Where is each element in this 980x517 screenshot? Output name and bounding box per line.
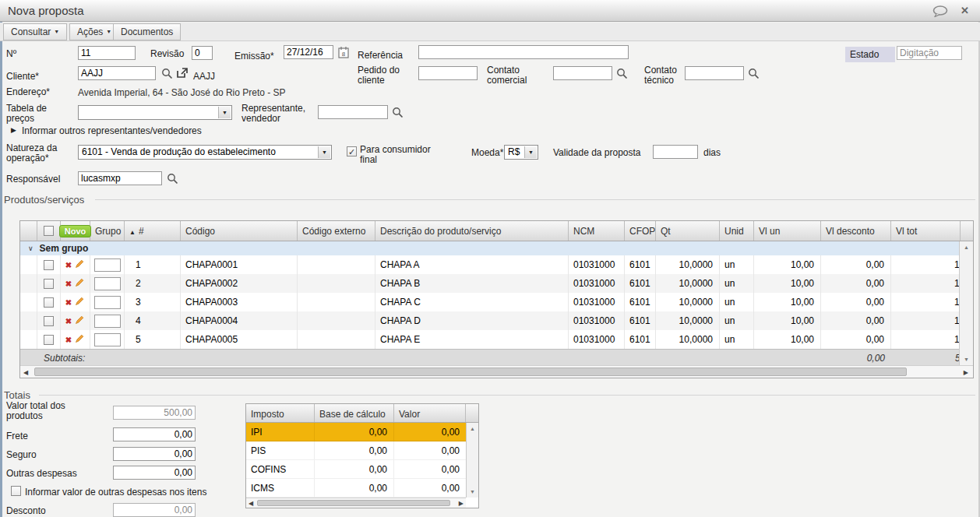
responsavel-input[interactable] (78, 171, 162, 185)
row-vl-desconto: 0,00 (821, 255, 891, 274)
outras-despesas-input[interactable] (113, 466, 196, 480)
header-descricao[interactable]: Descrição do produto/serviço (375, 221, 569, 241)
moeda-value: R$ (508, 146, 520, 157)
seguro-input[interactable] (113, 447, 196, 461)
scrollbar-thumb[interactable] (34, 368, 907, 376)
representante-input[interactable] (318, 105, 388, 119)
delete-row-icon[interactable]: ✖ (65, 280, 72, 288)
tax-row-cofins[interactable]: COFINS 0,00 0,00 (246, 460, 466, 479)
edit-row-icon[interactable] (75, 258, 85, 271)
header-num[interactable]: ▲# (125, 221, 181, 241)
referencia-input[interactable] (418, 45, 629, 59)
moeda-select[interactable]: R$ ▼ (504, 145, 538, 160)
row-checkbox[interactable] (44, 335, 54, 345)
header-codigo[interactable]: Código (181, 221, 298, 241)
row-checkbox-cell (37, 330, 61, 349)
documentos-button[interactable]: Documentos (113, 23, 181, 40)
contato-comercial-label: Contato comercial (487, 65, 538, 86)
cliente-input[interactable] (78, 66, 156, 80)
expand-right-icon[interactable]: ▶ (11, 126, 16, 134)
row-grupo-input[interactable] (94, 277, 121, 290)
close-icon[interactable]: ✕ (961, 5, 969, 16)
natureza-operacao-select[interactable]: 6101 - Venda de produção do estabelecime… (78, 145, 332, 160)
scrollbar-thumb[interactable] (257, 500, 450, 506)
scroll-up-icon[interactable]: ▲ (960, 244, 973, 250)
group-row-sem-grupo[interactable]: ∨ Sem grupo (20, 241, 973, 255)
header-vl-tot[interactable]: Vl tot (891, 221, 961, 241)
tax-row-icms[interactable]: ICMS 0,00 0,00 (246, 479, 466, 498)
row-grupo-input[interactable] (94, 296, 121, 309)
search-icon[interactable] (167, 173, 178, 188)
edit-row-icon[interactable] (75, 315, 85, 327)
delete-row-icon[interactable]: ✖ (65, 261, 72, 269)
edit-row-icon[interactable] (75, 333, 85, 346)
header-vl-desconto[interactable]: Vl desconto (821, 221, 891, 241)
header-cfop[interactable]: CFOP (625, 221, 656, 241)
header-codigo-externo[interactable]: Código externo (298, 221, 375, 241)
delete-row-icon[interactable]: ✖ (65, 317, 72, 325)
revisao-label: Revisão (150, 49, 184, 59)
acoes-menu-button[interactable]: Ações▼ (69, 23, 119, 40)
search-icon[interactable] (748, 68, 760, 83)
emissao-input[interactable] (284, 45, 333, 59)
tabela-precos-select[interactable]: ▼ (78, 105, 232, 120)
header-qt[interactable]: Qt (656, 221, 720, 241)
row-grupo-input[interactable] (94, 315, 121, 328)
header-imposto[interactable]: Imposto (246, 404, 315, 422)
header-base-calculo[interactable]: Base de cálculo (315, 404, 394, 422)
tax-row-ipi[interactable]: IPI 0,00 0,00 (246, 423, 466, 441)
row-checkbox[interactable] (44, 316, 54, 326)
header-grupo[interactable]: Grupo (90, 221, 125, 241)
row-grupo-input[interactable] (94, 333, 121, 346)
scroll-left-icon[interactable]: ◀ (23, 369, 28, 376)
validade-input[interactable] (653, 145, 698, 159)
row-codigo: CHAPA0004 (181, 311, 298, 330)
products-table-header: Novo Grupo ▲# Código Código externo Desc… (20, 221, 973, 241)
collapse-group-icon[interactable]: ∨ (28, 244, 33, 252)
pedido-cliente-input[interactable] (418, 66, 478, 80)
scroll-left-icon[interactable]: ◀ (249, 500, 253, 507)
row-checkbox[interactable] (44, 279, 54, 289)
delete-row-icon[interactable]: ✖ (65, 336, 72, 344)
comment-icon[interactable] (932, 5, 949, 20)
revisao-input[interactable] (192, 46, 213, 60)
scroll-down-icon[interactable]: ▼ (467, 489, 478, 494)
header-vl-un[interactable]: Vl un (754, 221, 821, 241)
calendar-icon[interactable]: 8 (338, 46, 350, 62)
edit-row-icon[interactable] (75, 296, 85, 308)
header-valor[interactable]: Valor (394, 404, 466, 422)
contato-comercial-input[interactable] (553, 66, 612, 80)
open-record-icon[interactable] (176, 67, 189, 82)
products-vertical-scrollbar[interactable]: ▲ ▼ (959, 241, 973, 365)
header-ncm[interactable]: NCM (569, 221, 625, 241)
para-consumidor-final-checkbox[interactable]: ✓ (347, 146, 357, 157)
produtos-section-title: Produtos/serviços (4, 194, 84, 206)
chevron-down-icon: ▼ (218, 107, 231, 118)
select-all-checkbox[interactable] (44, 226, 54, 236)
scroll-right-icon[interactable]: ▶ (964, 369, 968, 376)
search-icon[interactable] (616, 68, 628, 83)
row-grupo-input[interactable] (94, 258, 121, 272)
scroll-down-icon[interactable]: ▼ (960, 357, 973, 362)
products-horizontal-scrollbar[interactable]: ◀ ▶ (20, 365, 973, 378)
contato-tecnico-input[interactable] (685, 66, 744, 80)
novo-button[interactable]: Novo (59, 225, 92, 237)
header-unid[interactable]: Unid (720, 221, 754, 241)
tax-row-pis[interactable]: PIS 0,00 0,00 (246, 441, 466, 460)
search-icon[interactable] (161, 68, 173, 83)
consultar-menu-button[interactable]: Consultar▼ (3, 23, 67, 40)
taxes-horizontal-scrollbar[interactable]: ◀ ▶ (246, 498, 466, 508)
row-checkbox[interactable] (44, 297, 54, 308)
informar-outras-despesas-checkbox[interactable] (11, 486, 21, 496)
row-vl-un: 10,00 (754, 330, 821, 349)
search-icon[interactable] (392, 107, 404, 121)
outros-representantes-link[interactable]: Informar outros representantes/vendedore… (22, 125, 202, 136)
numero-input[interactable] (78, 46, 136, 60)
edit-row-icon[interactable] (75, 277, 85, 290)
delete-row-icon[interactable]: ✖ (65, 298, 72, 307)
taxes-vertical-scrollbar[interactable]: ▲ ▼ (466, 423, 478, 498)
scroll-right-icon[interactable]: ▶ (459, 500, 464, 507)
scroll-up-icon[interactable]: ▲ (467, 426, 478, 431)
row-checkbox[interactable] (44, 260, 54, 270)
frete-input[interactable] (113, 427, 196, 441)
